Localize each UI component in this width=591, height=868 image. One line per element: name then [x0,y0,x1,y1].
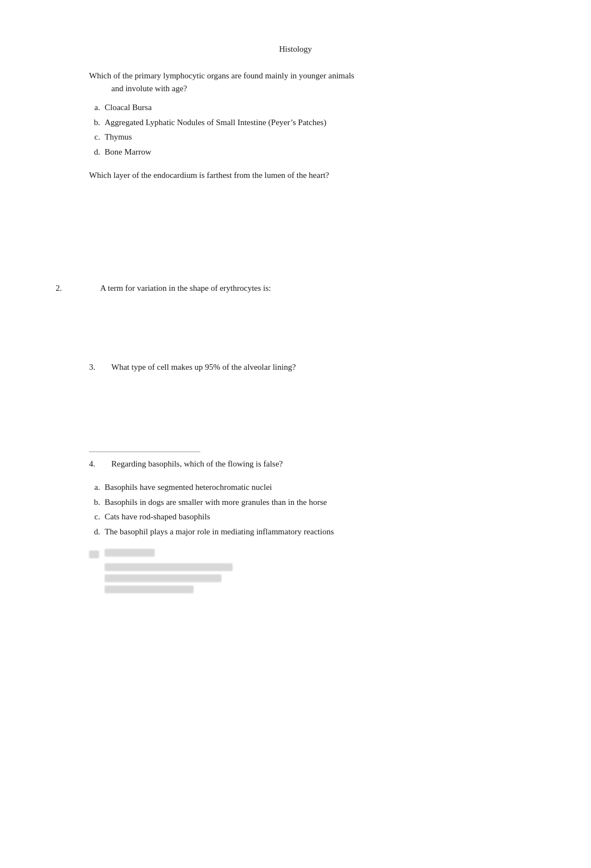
option-letter: b. [89,496,100,509]
question-2-text: A term for variation in the shape of ery… [100,282,535,295]
question-3-text: What type of cell makes up 95% of the al… [111,361,535,374]
option-letter: a. [89,101,100,114]
question-1-options: a. Cloacal Bursa b. Aggregated Lyphatic … [89,101,535,158]
option-text: Basophils in dogs are smaller with more … [105,496,327,509]
question-4-options: a. Basophils have segmented heterochroma… [89,481,535,538]
option-text: Bone Marrow [105,146,151,158]
option-text: Thymus [105,131,132,143]
list-item: c. Thymus [89,131,535,143]
standalone-question-endocardium: Which layer of the endocardium is farthe… [89,169,535,182]
question-3-block: 3. What type of cell makes up 95% of the… [89,361,535,374]
list-item: c. Cats have rod-shaped basophils [89,510,535,523]
list-item: d. Bone Marrow [89,146,535,158]
option-text: The basophil plays a major role in media… [105,525,334,538]
blurred-text [105,586,194,593]
option-letter: c. [89,510,100,523]
question-3-number: 3. [89,361,111,374]
blurred-text [105,574,221,582]
blurred-row-0 [89,549,535,560]
blurred-text [105,563,233,571]
option-letter: d. [89,525,100,538]
question-2-block: 2. A term for variation in the shape of … [56,282,535,295]
question-2-number: 2. [56,282,100,295]
option-text: Cloacal Bursa [105,101,152,114]
question-1-text-line2: and involute with age? [111,82,535,95]
list-item: a. Cloacal Bursa [89,101,535,114]
list-item: d. The basophil plays a major role in me… [89,525,535,538]
list-item: b. Aggregated Lyphatic Nodules of Small … [89,116,535,129]
option-text: Basophils have segmented heterochromatic… [105,481,272,494]
blurred-section [89,549,535,593]
separator-line [89,452,200,452]
question-1-block: Which of the primary lymphocytic organs … [56,70,535,158]
question-4-block: 4. Regarding basophils, which of the flo… [89,458,535,470]
question-1-text-line1: Which of the primary lymphocytic organs … [89,70,535,82]
option-letter: b. [89,116,100,129]
blurred-num-icon [89,550,99,558]
option-letter: a. [89,481,100,494]
blurred-text [105,549,155,557]
list-item: a. Basophils have segmented heterochroma… [89,481,535,494]
option-letter: d. [89,146,100,158]
question-4-number: 4. [89,458,111,470]
page: Histology Which of the primary lymphocyt… [0,0,591,868]
question-4-text: Regarding basophils, which of the flowin… [111,458,535,470]
page-title: Histology [56,44,535,54]
option-text: Aggregated Lyphatic Nodules of Small Int… [105,116,326,129]
question-1-intro: Which of the primary lymphocytic organs … [89,70,535,95]
option-text: Cats have rod-shaped basophils [105,510,210,523]
list-item: b. Basophils in dogs are smaller with mo… [89,496,535,509]
option-letter: c. [89,131,100,143]
